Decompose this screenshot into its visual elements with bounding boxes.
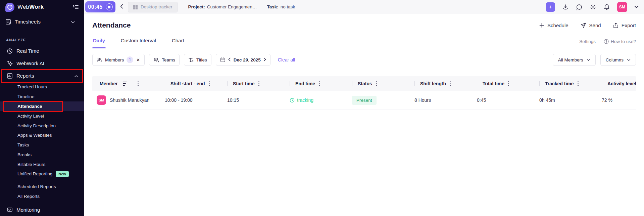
download-icon[interactable] (562, 4, 569, 10)
topbar: 00:45 Desktop tracker Project: Customer … (84, 0, 644, 14)
col-header-activity-level[interactable]: Activity level (602, 76, 639, 91)
column-menu-icon[interactable] (449, 81, 451, 87)
tracking-clock-icon (290, 98, 295, 103)
sidebar-collapse-icon[interactable] (73, 4, 79, 10)
send-button[interactable]: Send (581, 23, 601, 28)
col-header-shift-start-end[interactable]: Shift start - end (165, 76, 227, 91)
sidebar-item-timeline[interactable]: Timeline (0, 92, 84, 101)
logo-row: WebWork (0, 0, 84, 14)
tab-custom-interval[interactable]: Custom Interval (120, 38, 157, 48)
empty-area (92, 110, 636, 216)
col-header-shift-length[interactable]: Shift length (414, 76, 477, 91)
sidebar-item-activity-level[interactable]: Activity Level (0, 111, 84, 121)
sidebar-item-tasks[interactable]: Tasks (0, 140, 84, 150)
task-info: Task: no task (267, 4, 295, 9)
column-menu-icon[interactable] (507, 81, 510, 87)
col-header-total-time[interactable]: Total time (477, 76, 539, 91)
member-avatar: SM (97, 95, 106, 105)
new-badge: New (56, 171, 69, 177)
tab-daily[interactable]: Daily (92, 38, 106, 48)
col-header-tracked-time[interactable]: Tracked time (539, 76, 602, 91)
member-name: Shushik Manukyan (110, 97, 149, 103)
all-members-dropdown[interactable]: All Members (553, 54, 596, 66)
sidebar-item-attendance[interactable]: Attendance (0, 101, 84, 111)
chevron-down-icon[interactable] (71, 19, 78, 25)
next-day-icon[interactable] (263, 57, 266, 62)
timer-badge[interactable]: 00:45 (85, 1, 115, 12)
column-menu-icon[interactable] (375, 81, 378, 87)
status-cell: Present (352, 96, 414, 105)
table-header-row: Member Shift start - end Start time End … (92, 76, 636, 91)
collapse-timer-icon[interactable] (120, 4, 123, 10)
sort-icon[interactable] (123, 82, 127, 85)
column-menu-icon[interactable] (318, 81, 320, 87)
desktop-tracker-button[interactable]: Desktop tracker (128, 2, 178, 12)
chevron-down-icon (587, 59, 590, 61)
clear-all-link[interactable]: Clear all (278, 57, 295, 62)
end-time-cell: tracking (290, 97, 352, 103)
monitor-icon (6, 207, 13, 213)
bell-icon[interactable] (603, 4, 610, 10)
filters: Members 1 ✕ Teams Titles (92, 54, 636, 66)
column-menu-icon[interactable] (208, 81, 210, 87)
settings-link[interactable]: Settings (579, 39, 596, 44)
prev-day-icon[interactable] (228, 57, 231, 62)
sidebar-item-unified-reporting[interactable]: Unified Reporting New (0, 169, 84, 179)
shift-start-end-cell: 10:00 - 19:00 (165, 97, 227, 103)
sidebar-item-webwork-ai[interactable]: WebWork AI (0, 57, 84, 70)
sidebar-item-timesheets[interactable]: Timesheets (0, 15, 84, 28)
timesheets-icon (5, 19, 11, 25)
table-row[interactable]: SM Shushik Manukyan 10:00 - 19:00 10:15 … (92, 91, 636, 110)
how-to-use-link[interactable]: How to use? (604, 39, 636, 44)
sidebar-item-tracked-hours[interactable]: Tracked Hours (0, 82, 84, 92)
sidebar-item-billable-hours[interactable]: Billable Hours (0, 160, 84, 169)
clock-icon (6, 48, 13, 54)
stop-timer-button[interactable] (106, 3, 113, 10)
member-cell: SM Shushik Manukyan (92, 95, 165, 105)
status-badge: Present (352, 96, 377, 105)
add-button[interactable]: + (546, 2, 555, 12)
column-menu-icon[interactable] (258, 81, 260, 87)
sidebar-item-label: Real Time (16, 48, 39, 54)
people-icon (97, 57, 102, 62)
clear-members-icon[interactable]: ✕ (136, 57, 140, 62)
sidebar-item-activity-description[interactable]: Activity Description (0, 121, 84, 131)
sidebar-item-real-time[interactable]: Real Time (0, 45, 84, 57)
col-header-member[interactable]: Member (92, 76, 165, 91)
main-area: 00:45 Desktop tracker Project: Customer … (84, 0, 644, 216)
sidebar-item-label: Timesheets (15, 19, 41, 25)
tabs-right: Settings How to use? (579, 39, 636, 48)
chevron-up-icon[interactable] (74, 73, 78, 79)
column-menu-icon[interactable] (137, 81, 139, 87)
date-picker[interactable]: Dec 29, 2025 (216, 54, 270, 66)
gear-icon[interactable] (590, 4, 596, 10)
sparkles-icon (6, 60, 13, 67)
project-value[interactable]: Customer Engagemen… (207, 4, 257, 9)
columns-dropdown[interactable]: Columns (600, 54, 636, 66)
sidebar-item-breaks[interactable]: Breaks (0, 150, 84, 160)
sidebar-item-scheduled-reports[interactable]: Scheduled Reports (0, 182, 84, 191)
sidebar-item-apps-websites[interactable]: Apps & Websites (0, 130, 84, 140)
titles-icon (188, 57, 194, 62)
task-value[interactable]: no task (281, 4, 295, 9)
account-chevron-down-icon[interactable] (634, 5, 639, 8)
sidebar-item-reports[interactable]: Reports (0, 70, 84, 82)
col-header-end-time[interactable]: End time (290, 76, 352, 91)
tracking-label: tracking (297, 97, 313, 103)
schedule-button[interactable]: Schedule (539, 23, 568, 28)
teams-filter[interactable]: Teams (149, 54, 180, 66)
tab-chart[interactable]: Chart (171, 38, 185, 48)
col-header-start-time[interactable]: Start time (227, 76, 290, 91)
sidebar-item-all-reports[interactable]: All Reports (0, 191, 84, 201)
titles-filter[interactable]: Titles (184, 54, 211, 66)
user-avatar[interactable]: SM (617, 2, 627, 12)
column-menu-icon[interactable] (577, 81, 579, 87)
sidebar-item-monitoring[interactable]: Monitoring (0, 204, 84, 216)
total-time-cell: 0:45 (477, 97, 539, 103)
chevron-down-icon (627, 59, 631, 61)
chat-icon[interactable] (576, 4, 583, 10)
export-button[interactable]: Export (613, 23, 636, 28)
members-filter[interactable]: Members 1 ✕ (92, 54, 145, 66)
col-header-status[interactable]: Status (352, 76, 414, 91)
shift-length-cell: 8 Hours (414, 97, 477, 103)
